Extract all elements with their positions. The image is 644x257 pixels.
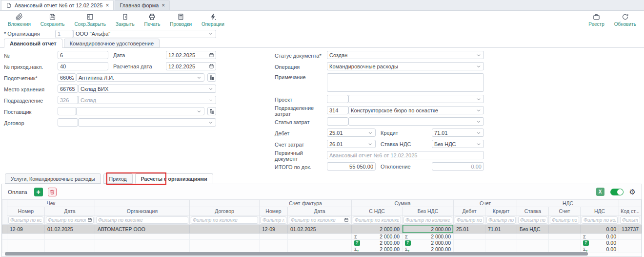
col-header-invoice_date[interactable]: Дата <box>288 207 352 215</box>
supplier-code-field[interactable] <box>58 107 76 115</box>
close-tab-icon[interactable]: × <box>105 2 109 8</box>
storage-place-select[interactable]: Склад БИХ <box>78 85 216 93</box>
window-tab-glavnaya-forma[interactable]: Главная форма × <box>115 0 170 10</box>
department-select[interactable]: Склад <box>78 96 216 104</box>
close-button[interactable]: Закрыть <box>111 12 140 28</box>
tab-komandirovochnoe[interactable]: Командировочное удостоверение <box>64 39 160 48</box>
deviation-field[interactable] <box>432 162 484 171</box>
summary-toggle[interactable] <box>610 189 624 195</box>
calendar-icon[interactable] <box>344 217 349 222</box>
accountable-code-field[interactable] <box>58 73 76 82</box>
cell-cost_code[interactable]: 132737 <box>619 225 642 234</box>
col-header-debit[interactable]: Дебет <box>454 207 485 215</box>
credit-select[interactable]: 71.01 <box>432 128 484 137</box>
calendar-icon[interactable] <box>209 52 214 58</box>
save-close-button[interactable]: Сохр.Закрыть <box>70 12 111 28</box>
filter-input-credit[interactable] <box>486 216 516 224</box>
col-header-credit[interactable]: Кредит <box>485 207 517 215</box>
add-row-button[interactable]: + <box>34 188 43 196</box>
refresh-button[interactable]: Обновить <box>609 12 641 28</box>
primary-document-field[interactable] <box>327 151 484 159</box>
save-button[interactable]: Сохранить <box>36 12 70 28</box>
cell-amount_without_vat[interactable]: 2 000.00 <box>402 225 454 234</box>
table-row[interactable]: 12-0901.02.2025АВТОМАСТЕР ООО12-0901.02.… <box>2 225 642 234</box>
col-header-amount_without_vat[interactable]: Без НДС <box>402 207 454 215</box>
row-selector-cell[interactable] <box>2 225 7 234</box>
calendar-icon[interactable] <box>209 64 214 69</box>
incoming-invoice-field[interactable] <box>58 62 108 70</box>
tab-prihod[interactable]: Приход <box>103 173 133 184</box>
col-header-amount_with_vat[interactable]: С НДС <box>352 207 402 215</box>
filter-input-vat_rate[interactable] <box>518 216 547 224</box>
tab-avansovy-otchet[interactable]: Авансовый отчет <box>4 39 62 48</box>
col-header-organization[interactable]: Организация <box>95 207 190 215</box>
filter-input-invoice_date[interactable] <box>289 216 350 224</box>
filter-input-invoice_number[interactable] <box>261 216 286 224</box>
col-header-vat_account[interactable]: Счет <box>549 207 581 215</box>
operations-button[interactable]: Операции <box>197 12 229 28</box>
filter-input-contract[interactable] <box>191 216 258 224</box>
tab-raschety-s-organizaciyami[interactable]: Расчеты с организациями <box>135 173 213 184</box>
cost-account-select[interactable]: 26.01 <box>327 140 376 148</box>
operation-select[interactable]: Командировочные расходы <box>327 62 484 70</box>
supplier-select[interactable] <box>76 107 204 115</box>
cell-vat_account[interactable] <box>549 225 581 234</box>
filter-input-vat_account[interactable] <box>550 216 579 224</box>
tab-uslugi-rashody[interactable]: Услуги, Командировочные расходы <box>5 173 101 184</box>
contract-select[interactable] <box>78 118 216 127</box>
col-header-check_number[interactable]: Номер <box>7 207 45 215</box>
cell-debit[interactable]: 25.01 <box>454 225 485 234</box>
organization-select[interactable]: ООО "Альфа" <box>73 30 216 38</box>
col-header-vat[interactable]: НДС <box>581 207 619 215</box>
scrollbar-thumb[interactable] <box>5 252 588 256</box>
department-code-field[interactable] <box>58 96 78 104</box>
storage-code-field[interactable] <box>58 85 78 93</box>
cell-check_date[interactable]: 01.02.2025 <box>45 225 95 234</box>
cell-credit[interactable]: 71.01 <box>485 225 517 234</box>
col-header-invoice_number[interactable]: Номер <box>260 207 288 215</box>
document-status-select[interactable]: Создан <box>327 51 484 59</box>
date-field[interactable] <box>166 51 216 59</box>
contract-code-field[interactable] <box>58 118 78 127</box>
hierarchy-picker-button[interactable] <box>207 73 216 82</box>
postings-button[interactable]: Проводки <box>165 12 197 28</box>
cell-invoice_date[interactable]: 01.02.2025 <box>288 225 352 234</box>
gear-icon[interactable]: ⚙ <box>629 188 636 195</box>
col-header-cost_code[interactable]: Код ст... <box>619 207 642 215</box>
debit-select[interactable]: 25.01 <box>327 128 376 137</box>
cell-contract[interactable] <box>190 225 260 234</box>
cost-item-select[interactable] <box>348 117 484 126</box>
filter-input-amount_with_vat[interactable] <box>353 216 401 224</box>
window-tab-avansovy-otchet[interactable]: Авансовый отчет №6 от 12.02.2025 × <box>1 0 114 10</box>
cost-department-code-field[interactable] <box>327 106 348 114</box>
accountable-person-select[interactable]: Антипина Л.И. <box>76 73 204 82</box>
close-tab-icon[interactable]: × <box>161 2 165 8</box>
attachments-button[interactable]: Вложения <box>3 12 36 28</box>
cell-check_number[interactable]: 12-09 <box>7 225 45 234</box>
note-textarea[interactable] <box>327 73 484 92</box>
calendar-icon[interactable] <box>87 217 92 222</box>
cell-organization[interactable]: АВТОМАСТЕР ООО <box>95 225 190 234</box>
filter-input-organization[interactable] <box>96 216 188 224</box>
cell-vat[interactable]: 0.00 <box>581 225 619 234</box>
total-amount-field[interactable] <box>327 162 376 171</box>
filter-input-cost_code[interactable] <box>620 216 640 224</box>
col-header-contract[interactable]: Договор <box>190 207 260 215</box>
filter-input-debit[interactable] <box>455 216 484 224</box>
vat-rate-select[interactable]: Без НДС <box>432 140 484 148</box>
filter-input-amount_without_vat[interactable] <box>403 216 452 224</box>
cost-item-code-field[interactable] <box>327 117 348 126</box>
project-code-field[interactable] <box>327 95 348 103</box>
organization-code-field[interactable] <box>55 30 73 38</box>
number-field[interactable] <box>58 51 108 59</box>
filter-input-check_date[interactable] <box>46 216 94 224</box>
export-excel-button[interactable]: X <box>596 188 604 196</box>
filter-input-check_number[interactable] <box>8 216 43 224</box>
cell-vat_rate[interactable]: Без НДС <box>517 225 549 234</box>
col-header-check_date[interactable]: Дата <box>45 207 95 215</box>
print-button[interactable]: Печать <box>140 12 165 28</box>
project-select[interactable] <box>348 95 484 103</box>
registry-button[interactable]: Реестр <box>584 12 609 28</box>
cost-department-select[interactable]: Конструкторское бюро по оснастке <box>348 106 484 114</box>
cell-amount_with_vat[interactable]: 2 000.00 <box>352 225 402 234</box>
